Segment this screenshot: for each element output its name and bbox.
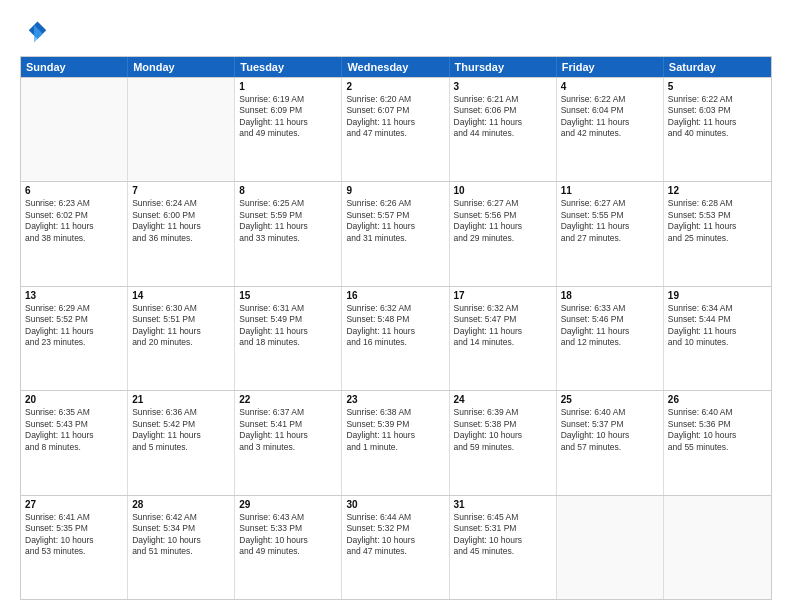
cell-line: Sunrise: 6:21 AM: [454, 94, 552, 105]
cell-line: Daylight: 11 hours: [454, 117, 552, 128]
cell-line: Sunrise: 6:22 AM: [668, 94, 767, 105]
day-number: 30: [346, 499, 444, 510]
calendar-cell-r4c4: 31Sunrise: 6:45 AMSunset: 5:31 PMDayligh…: [450, 496, 557, 599]
cell-line: and 20 minutes.: [132, 337, 230, 348]
calendar-cell-r2c3: 16Sunrise: 6:32 AMSunset: 5:48 PMDayligh…: [342, 287, 449, 390]
day-number: 15: [239, 290, 337, 301]
cell-line: and 59 minutes.: [454, 442, 552, 453]
cell-line: Daylight: 11 hours: [346, 221, 444, 232]
cell-line: and 8 minutes.: [25, 442, 123, 453]
cell-line: Daylight: 11 hours: [561, 326, 659, 337]
cell-line: Daylight: 10 hours: [25, 535, 123, 546]
cell-line: Sunrise: 6:27 AM: [454, 198, 552, 209]
cell-line: Sunset: 5:46 PM: [561, 314, 659, 325]
day-number: 10: [454, 185, 552, 196]
calendar-cell-r4c1: 28Sunrise: 6:42 AMSunset: 5:34 PMDayligh…: [128, 496, 235, 599]
cell-line: Sunrise: 6:39 AM: [454, 407, 552, 418]
cell-line: Daylight: 11 hours: [454, 326, 552, 337]
cell-line: Sunrise: 6:26 AM: [346, 198, 444, 209]
cell-line: Daylight: 11 hours: [132, 221, 230, 232]
cell-line: Sunrise: 6:45 AM: [454, 512, 552, 523]
cell-line: Sunset: 5:53 PM: [668, 210, 767, 221]
calendar-header-friday: Friday: [557, 57, 664, 77]
cell-line: Sunset: 5:59 PM: [239, 210, 337, 221]
calendar-cell-r1c3: 9Sunrise: 6:26 AMSunset: 5:57 PMDaylight…: [342, 182, 449, 285]
cell-line: Daylight: 11 hours: [239, 326, 337, 337]
day-number: 17: [454, 290, 552, 301]
cell-line: Sunrise: 6:43 AM: [239, 512, 337, 523]
cell-line: Daylight: 11 hours: [346, 326, 444, 337]
cell-line: Sunset: 5:34 PM: [132, 523, 230, 534]
day-number: 26: [668, 394, 767, 405]
cell-line: and 33 minutes.: [239, 233, 337, 244]
cell-line: Sunrise: 6:28 AM: [668, 198, 767, 209]
cell-line: Sunrise: 6:30 AM: [132, 303, 230, 314]
calendar-cell-r0c3: 2Sunrise: 6:20 AMSunset: 6:07 PMDaylight…: [342, 78, 449, 181]
cell-line: and 47 minutes.: [346, 546, 444, 557]
cell-line: Sunset: 5:47 PM: [454, 314, 552, 325]
calendar-cell-r1c5: 11Sunrise: 6:27 AMSunset: 5:55 PMDayligh…: [557, 182, 664, 285]
calendar-cell-r1c1: 7Sunrise: 6:24 AMSunset: 6:00 PMDaylight…: [128, 182, 235, 285]
cell-line: Sunset: 5:55 PM: [561, 210, 659, 221]
calendar-cell-r0c1: [128, 78, 235, 181]
cell-line: Daylight: 10 hours: [132, 535, 230, 546]
cell-line: Daylight: 11 hours: [239, 221, 337, 232]
cell-line: and 49 minutes.: [239, 128, 337, 139]
calendar-cell-r2c0: 13Sunrise: 6:29 AMSunset: 5:52 PMDayligh…: [21, 287, 128, 390]
day-number: 28: [132, 499, 230, 510]
calendar-header-monday: Monday: [128, 57, 235, 77]
calendar-cell-r3c0: 20Sunrise: 6:35 AMSunset: 5:43 PMDayligh…: [21, 391, 128, 494]
calendar-cell-r4c6: [664, 496, 771, 599]
calendar-cell-r4c0: 27Sunrise: 6:41 AMSunset: 5:35 PMDayligh…: [21, 496, 128, 599]
cell-line: Sunrise: 6:31 AM: [239, 303, 337, 314]
day-number: 19: [668, 290, 767, 301]
calendar-cell-r1c2: 8Sunrise: 6:25 AMSunset: 5:59 PMDaylight…: [235, 182, 342, 285]
calendar-row-2: 6Sunrise: 6:23 AMSunset: 6:02 PMDaylight…: [21, 181, 771, 285]
cell-line: and 42 minutes.: [561, 128, 659, 139]
cell-line: Sunrise: 6:40 AM: [668, 407, 767, 418]
day-number: 2: [346, 81, 444, 92]
calendar-cell-r0c0: [21, 78, 128, 181]
cell-line: Sunset: 5:38 PM: [454, 419, 552, 430]
cell-line: and 25 minutes.: [668, 233, 767, 244]
calendar-cell-r4c2: 29Sunrise: 6:43 AMSunset: 5:33 PMDayligh…: [235, 496, 342, 599]
day-number: 16: [346, 290, 444, 301]
cell-line: Daylight: 10 hours: [239, 535, 337, 546]
calendar-cell-r0c5: 4Sunrise: 6:22 AMSunset: 6:04 PMDaylight…: [557, 78, 664, 181]
calendar-header-saturday: Saturday: [664, 57, 771, 77]
calendar-cell-r1c6: 12Sunrise: 6:28 AMSunset: 5:53 PMDayligh…: [664, 182, 771, 285]
cell-line: Sunset: 5:44 PM: [668, 314, 767, 325]
cell-line: Sunset: 6:03 PM: [668, 105, 767, 116]
cell-line: Sunset: 5:41 PM: [239, 419, 337, 430]
cell-line: Sunset: 5:52 PM: [25, 314, 123, 325]
cell-line: Sunset: 6:02 PM: [25, 210, 123, 221]
cell-line: Daylight: 11 hours: [561, 117, 659, 128]
cell-line: Daylight: 11 hours: [561, 221, 659, 232]
cell-line: Sunset: 5:49 PM: [239, 314, 337, 325]
calendar-header-row: SundayMondayTuesdayWednesdayThursdayFrid…: [21, 57, 771, 77]
cell-line: and 49 minutes.: [239, 546, 337, 557]
calendar-header-wednesday: Wednesday: [342, 57, 449, 77]
cell-line: Sunrise: 6:41 AM: [25, 512, 123, 523]
cell-line: Sunset: 5:31 PM: [454, 523, 552, 534]
cell-line: Daylight: 11 hours: [132, 326, 230, 337]
cell-line: Sunset: 6:00 PM: [132, 210, 230, 221]
cell-line: Daylight: 11 hours: [346, 430, 444, 441]
cell-line: Sunrise: 6:19 AM: [239, 94, 337, 105]
day-number: 4: [561, 81, 659, 92]
cell-line: Sunrise: 6:24 AM: [132, 198, 230, 209]
cell-line: Daylight: 10 hours: [454, 535, 552, 546]
cell-line: Sunrise: 6:36 AM: [132, 407, 230, 418]
cell-line: Sunrise: 6:27 AM: [561, 198, 659, 209]
cell-line: Sunset: 6:07 PM: [346, 105, 444, 116]
calendar-row-3: 13Sunrise: 6:29 AMSunset: 5:52 PMDayligh…: [21, 286, 771, 390]
cell-line: Sunset: 5:36 PM: [668, 419, 767, 430]
cell-line: Daylight: 11 hours: [668, 117, 767, 128]
cell-line: and 5 minutes.: [132, 442, 230, 453]
cell-line: Sunset: 5:56 PM: [454, 210, 552, 221]
calendar-header-thursday: Thursday: [450, 57, 557, 77]
cell-line: Daylight: 11 hours: [346, 117, 444, 128]
cell-line: Daylight: 11 hours: [239, 430, 337, 441]
cell-line: and 14 minutes.: [454, 337, 552, 348]
cell-line: Sunset: 5:42 PM: [132, 419, 230, 430]
